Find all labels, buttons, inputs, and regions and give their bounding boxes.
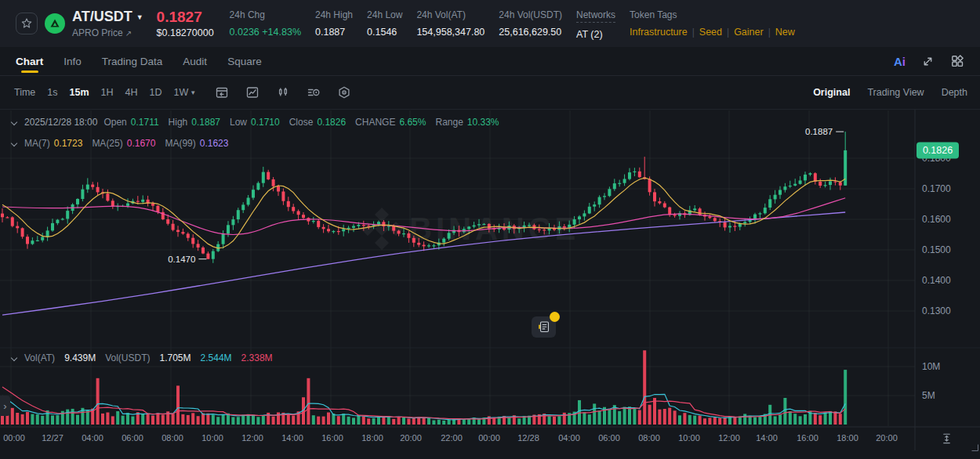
svg-text:18:00: 18:00: [837, 433, 858, 443]
tag-seed[interactable]: Seed: [699, 27, 722, 38]
ohlc-value: 10.33%: [467, 117, 499, 128]
pair-selector[interactable]: AT/USDT ▼: [72, 9, 143, 25]
interval-time[interactable]: Time: [14, 87, 35, 98]
ohlc-label: Close: [289, 117, 314, 128]
volume-legend-value: Vol(AT): [24, 352, 55, 363]
svg-text:18:00: 18:00: [361, 433, 383, 443]
collapse-chevron-icon[interactable]: [11, 140, 18, 147]
svg-text:0.1600: 0.1600: [922, 214, 951, 225]
chart-tool-icons: [215, 85, 351, 99]
ma-item: MA(7)0.1723: [24, 138, 82, 149]
view-trading-view[interactable]: Trading View: [867, 87, 924, 98]
candle-datetime: 2025/12/28 18:00: [24, 117, 97, 128]
ohlc-label: Open: [103, 117, 126, 128]
chart-toolbar: Time1s15m1H4H1D1W ▼: [0, 76, 980, 110]
tab-square[interactable]: Square: [227, 47, 262, 75]
volume-legend-value: 9.439M: [64, 352, 96, 363]
notification-dot: [550, 312, 560, 322]
stat-24h-vol-at: 24h Vol(AT)154,958,347.80: [416, 9, 485, 38]
svg-text:06:00: 06:00: [122, 433, 143, 443]
panel-expand-toggle[interactable]: ›: [0, 396, 10, 416]
volume-legend: Vol(AT)9.439MVol(USDT)1.705M2.544M2.338M: [11, 352, 273, 363]
ma-legend: MA(7)0.1723MA(25)0.1670MA(99)0.1623: [11, 138, 228, 149]
view-original[interactable]: Original: [813, 87, 850, 98]
ohlc-item: Low0.1710: [230, 117, 280, 128]
svg-text:10M: 10M: [922, 361, 940, 372]
jump-to-date-icon[interactable]: [215, 85, 229, 99]
volume-values: Vol(AT)9.439MVol(USDT)1.705M2.544M2.338M: [24, 352, 273, 363]
stat-24h-high: 24h High0.1887: [315, 9, 353, 38]
stat-networks: NetworksAT (2): [576, 7, 615, 40]
tag-separator: |: [692, 27, 695, 38]
tab-audit[interactable]: Audit: [183, 47, 207, 75]
ohlc-item: CHANGE6.65%: [355, 117, 426, 128]
stats-row: 24h Chg0.0236 +14.83%24h High0.188724h L…: [230, 7, 795, 40]
interval-1s[interactable]: 1s: [47, 87, 57, 98]
ai-assistant-icon[interactable]: Ai: [894, 55, 906, 68]
svg-text:0.1300: 0.1300: [922, 305, 951, 316]
tab-bar: ChartInfoTrading DataAuditSquare Ai: [0, 47, 980, 76]
collapse-chevron-icon[interactable]: [11, 355, 18, 362]
interval-1d[interactable]: 1D: [150, 87, 162, 98]
tab-bar-icons: Ai: [894, 54, 964, 68]
tag-gainer[interactable]: Gainer: [734, 27, 764, 38]
interval-15m[interactable]: 15m: [70, 87, 89, 98]
interval-1w[interactable]: 1W: [174, 87, 189, 98]
chart-style-icon[interactable]: [245, 85, 260, 99]
svg-text:16:00: 16:00: [321, 433, 343, 443]
header: AT/USDT ▼ APRO Price ↗ 0.1827 $0.1827000…: [0, 0, 980, 47]
tag-new[interactable]: New: [775, 27, 795, 38]
ohlc-value: 0.1826: [317, 117, 346, 128]
collapse-chevron-icon[interactable]: [11, 119, 18, 126]
volume-legend-value: 2.338M: [241, 352, 273, 363]
volume-legend-value: 1.705M: [160, 352, 191, 363]
interval-1h[interactable]: 1H: [101, 87, 114, 98]
ohlc-value: 0.1711: [131, 117, 159, 128]
svg-text:10:00: 10:00: [678, 433, 700, 443]
svg-text:14:00: 14:00: [756, 433, 778, 443]
stat-24h-chg: 24h Chg0.0236 +14.83%: [230, 9, 301, 38]
stat-label: 24h Vol(USDT): [499, 9, 562, 20]
candle-type-icon[interactable]: [276, 85, 290, 99]
stat-value: 154,958,347.80: [416, 27, 485, 38]
svg-text:22:00: 22:00: [441, 433, 463, 443]
indicators-icon[interactable]: [307, 85, 321, 99]
svg-text:12:00: 12:00: [241, 433, 263, 443]
svg-text:20:00: 20:00: [876, 433, 898, 443]
chart-settings-icon[interactable]: [337, 85, 351, 99]
tab-info[interactable]: Info: [64, 47, 82, 75]
view-depth[interactable]: Depth: [942, 87, 967, 98]
tab-trading-data[interactable]: Trading Data: [102, 47, 163, 75]
ohlc-label: Range: [435, 117, 463, 128]
ma-value: 0.1623: [200, 138, 229, 149]
svg-text:0.1470: 0.1470: [168, 255, 195, 264]
svg-text:0.1887: 0.1887: [805, 127, 833, 136]
interval-group: Time1s15m1H4H1D1W: [14, 87, 188, 98]
news-event-marker[interactable]: [532, 316, 556, 338]
stat-value: 0.1546: [367, 27, 402, 38]
fiat-price: $0.18270000: [157, 27, 214, 38]
token-tags-label: Token Tags: [630, 9, 795, 20]
fit-scale-button[interactable]: [935, 428, 958, 447]
tag-infrastructure[interactable]: Infrastructure: [630, 27, 688, 38]
apro-price-link[interactable]: APRO Price ↗: [72, 27, 143, 38]
stat-24h-vol-usdt: 24h Vol(USDT)25,616,629.50: [499, 9, 562, 38]
fullscreen-icon[interactable]: [921, 55, 935, 68]
ma-value: 0.1723: [54, 138, 83, 149]
pair-name: AT/USDT: [72, 9, 132, 25]
view-switcher: OriginalTrading ViewDepth: [813, 87, 967, 98]
ohlc-legend: 2025/12/28 18:00 Open0.1711High0.1887Low…: [11, 117, 499, 128]
tab-chart[interactable]: Chart: [16, 47, 43, 75]
stat-24h-low: 24h Low0.1546: [367, 9, 402, 38]
interval-4h[interactable]: 4H: [125, 87, 138, 98]
favorite-button[interactable]: [16, 13, 38, 34]
stat-label: 24h Low: [367, 9, 402, 20]
svg-text:0.1700: 0.1700: [922, 183, 951, 194]
star-icon: [20, 17, 33, 30]
widgets-icon[interactable]: [950, 54, 964, 68]
ohlc-item: Range10.33%: [435, 117, 499, 128]
ma-value: 0.1670: [127, 138, 156, 149]
networks-label: Networks: [576, 9, 615, 23]
svg-text:00:00: 00:00: [478, 433, 500, 443]
interval-chevron-down-icon[interactable]: ▼: [190, 89, 196, 96]
